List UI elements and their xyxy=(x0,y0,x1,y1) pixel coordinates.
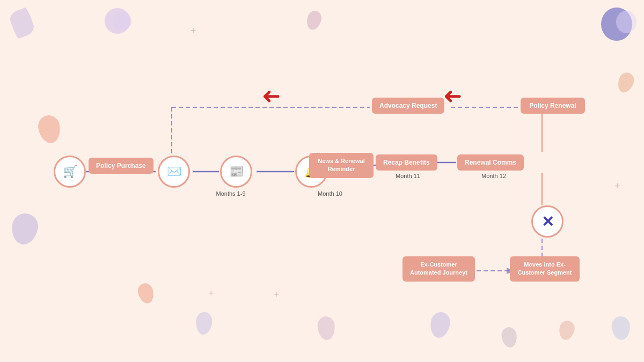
policy-purchase-box: Policy Purchase xyxy=(89,158,153,174)
advocacy-request-box: Advocacy Request xyxy=(372,98,444,114)
news-renewal-label: News & RenewalReminder xyxy=(318,158,364,172)
newsletter-circle: 📰 xyxy=(220,156,252,188)
decor-drop-r xyxy=(615,70,636,94)
decor-drop-bc xyxy=(317,316,336,341)
plus-4: + xyxy=(274,290,280,299)
month-12-label: Month 12 xyxy=(470,173,518,179)
ex-customer-label: Ex-CustomerAutomated Journeyt xyxy=(410,261,467,276)
policy-purchase-circle: 🛒 xyxy=(54,156,86,188)
decor-drop-br2 xyxy=(558,319,576,341)
decor-drop-bm xyxy=(136,282,156,305)
cart-icon: 🛒 xyxy=(63,165,77,179)
red-arrow-1: ➜ xyxy=(443,83,462,109)
plus-1: + xyxy=(191,26,196,35)
decor-blob-l xyxy=(36,114,62,145)
plus-2: + xyxy=(614,181,620,191)
decor-drop-top xyxy=(305,9,323,32)
decor-drop-br1 xyxy=(500,326,518,349)
decor-blob-tr2 xyxy=(616,11,636,33)
decor-blob-1 xyxy=(8,7,36,39)
red-arrow-2: ➜ xyxy=(262,83,281,109)
moves-into-box: Moves into Ex-Customer Segment xyxy=(510,256,580,282)
newsletter-icon: 📰 xyxy=(229,165,244,179)
month-10-label: Month 10 xyxy=(311,190,349,197)
decor-blob-bl xyxy=(9,211,40,246)
plus-3: + xyxy=(208,289,214,298)
email-circle: ✉️ xyxy=(158,156,190,188)
month-11-label: Month 11 xyxy=(384,173,432,179)
policy-renewal-box: Policy Renewal xyxy=(521,98,585,114)
x-circle-node: ✕ xyxy=(531,205,564,238)
news-renewal-box: News & RenewalReminder xyxy=(309,153,374,178)
decor-drop-bm2 xyxy=(195,312,213,335)
months-1-9-label: Months 1-9 xyxy=(209,190,252,197)
decor-drop-br3 xyxy=(611,316,631,341)
moves-into-label: Moves into Ex-Customer Segment xyxy=(518,261,572,276)
decor-drop-bc2 xyxy=(428,311,452,339)
decor-blob-2b xyxy=(113,12,131,31)
flow-area: 🛒 Policy Purchase ✉️ 📰 Months 1-9 🔔 News… xyxy=(0,0,644,362)
renewal-comms-box: Renewal Comms xyxy=(457,154,524,171)
x-icon: ✕ xyxy=(541,213,554,231)
email-icon: ✉️ xyxy=(167,165,181,179)
recap-benefits-box: Recap Benefits xyxy=(376,154,437,171)
ex-customer-box: Ex-CustomerAutomated Journeyt xyxy=(402,256,475,282)
